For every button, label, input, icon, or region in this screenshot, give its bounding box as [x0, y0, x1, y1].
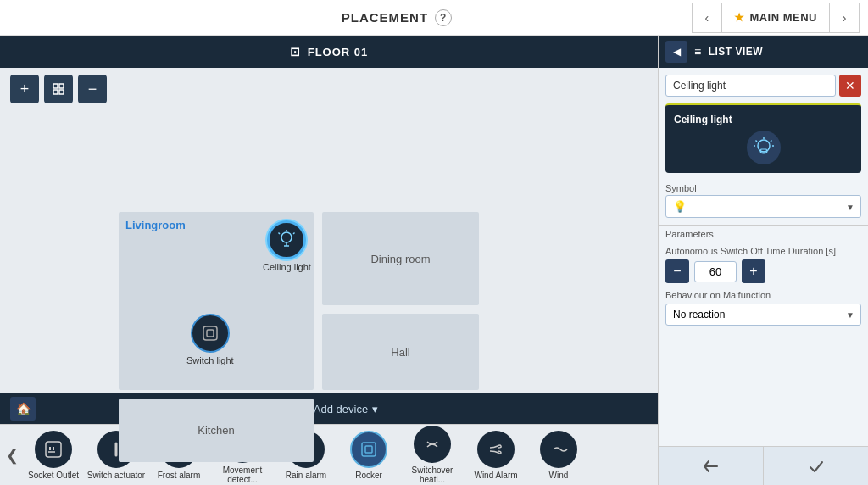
ceiling-light-circle: [267, 220, 306, 259]
malfunction-row: Behaviour on Malfunction No reaction Swi…: [659, 287, 868, 332]
room-kitchen[interactable]: Kitchen: [119, 399, 314, 462]
wind-alarm-label: Wind Alarm: [474, 471, 517, 480]
star-icon: ★: [734, 11, 745, 24]
switch-light-circle: [191, 314, 230, 353]
device-card-icon: [747, 131, 781, 164]
add-device-arrow-icon: ▾: [372, 403, 378, 415]
counter-row: − 60 +: [665, 259, 861, 283]
help-icon[interactable]: ?: [435, 9, 452, 26]
switchover-heating-icon: [414, 426, 451, 463]
counter-value: 60: [694, 261, 737, 282]
malfunction-select[interactable]: No reaction Switch on Switch off: [665, 304, 861, 326]
list-view-icon: ≡: [694, 45, 702, 59]
svg-point-4: [281, 232, 292, 242]
right-bottom-confirm-button[interactable]: [764, 447, 868, 485]
svg-rect-0: [53, 84, 58, 88]
floor-icon: ⊡: [290, 45, 301, 59]
svg-line-9: [293, 233, 295, 235]
device-card[interactable]: Ceiling light: [665, 103, 861, 173]
right-panel-back-button[interactable]: ◀: [665, 41, 687, 63]
symbol-select-wrapper: 💡: [665, 195, 861, 218]
autonomous-switch-param: Autonomous Switch Off Time Duration [s] …: [659, 242, 868, 287]
svg-point-29: [758, 140, 770, 152]
svg-rect-10: [203, 326, 217, 340]
search-clear-button[interactable]: ✕: [839, 75, 861, 97]
svg-rect-27: [362, 443, 376, 456]
tray-prev-button[interactable]: ❮: [4, 446, 20, 465]
svg-rect-11: [207, 330, 214, 337]
search-row: ✕: [659, 68, 868, 103]
home-button[interactable]: 🏠: [10, 397, 36, 421]
main-menu-label: MAIN MENU: [749, 11, 817, 24]
svg-rect-28: [365, 446, 372, 453]
svg-rect-3: [59, 90, 64, 94]
list-view-label: LIST VIEW: [709, 46, 764, 58]
tray-item-socket-outlet[interactable]: Socket Outlet: [24, 431, 83, 480]
parameters-label: Parameters: [659, 225, 868, 242]
search-input[interactable]: [665, 75, 836, 97]
frost-alarm-label: Frost alarm: [158, 471, 201, 480]
symbol-section-label: Symbol: [659, 180, 868, 195]
zoom-controls: + −: [0, 68, 658, 110]
main-layout: ⊡ FLOOR 01 + − Livingroom Din: [0, 36, 868, 485]
right-panel: ◀ ≡ LIST VIEW ✕ Ceiling light: [658, 36, 868, 485]
switch-light-label: Switch light: [186, 355, 234, 365]
svg-rect-1: [59, 84, 64, 88]
ceiling-light-label: Ceiling light: [263, 262, 311, 272]
nav-next-button[interactable]: ›: [829, 3, 860, 33]
svg-line-33: [771, 141, 772, 142]
switchover-heating-label: Switchover heati...: [402, 465, 463, 484]
tray-item-rocker[interactable]: Rocker: [339, 431, 398, 480]
room-dining-room[interactable]: Dining room: [322, 212, 479, 305]
zoom-plus-button[interactable]: +: [10, 75, 39, 103]
floor-header: ⊡ FLOOR 01: [0, 36, 658, 68]
device-ceiling-light[interactable]: Ceiling light: [263, 220, 311, 272]
device-tray: ❮ Socket Outlet: [0, 424, 658, 485]
tray-item-switchover-heating[interactable]: Switchover heati...: [402, 426, 463, 484]
rocker-label: Rocker: [355, 471, 382, 480]
placement-title: PLACEMENT: [342, 10, 428, 25]
room-kitchen-label: Kitchen: [198, 424, 234, 437]
counter-minus-button[interactable]: −: [665, 259, 689, 283]
movement-detector-label: Movement detect...: [212, 465, 273, 484]
bottom-bar: 🏠 Add device ▾: [0, 393, 658, 424]
page-title: PLACEMENT ?: [342, 9, 452, 26]
room-livingroom-label: Livingroom: [125, 219, 186, 231]
wind2-icon: [540, 431, 577, 468]
nav-prev-button[interactable]: ‹: [692, 3, 722, 33]
socket-outlet-icon: [35, 431, 72, 468]
right-panel-header: ◀ ≡ LIST VIEW: [659, 36, 868, 68]
top-bar: PLACEMENT ? ‹ ★ MAIN MENU ›: [0, 0, 868, 36]
add-device-button[interactable]: Add device ▾: [314, 403, 378, 415]
symbol-select[interactable]: 💡: [665, 195, 861, 218]
zoom-minus-button[interactable]: −: [78, 75, 107, 103]
left-panel: ⊡ FLOOR 01 + − Livingroom Din: [0, 36, 658, 485]
floor-label: FLOOR 01: [308, 46, 369, 59]
svg-line-8: [279, 233, 281, 235]
device-card-label: Ceiling light: [674, 114, 732, 125]
zoom-fit-button[interactable]: [44, 75, 73, 103]
right-bottom-bar: [659, 446, 868, 485]
room-dining-room-label: Dining room: [370, 253, 430, 265]
tray-item-wind2[interactable]: Wind: [529, 431, 588, 480]
wind2-label: Wind: [549, 471, 569, 480]
svg-line-32: [755, 141, 757, 142]
socket-outlet-label: Socket Outlet: [28, 471, 79, 480]
counter-plus-button[interactable]: +: [742, 259, 765, 283]
main-menu-button[interactable]: ★ MAIN MENU: [722, 3, 829, 33]
autonomous-switch-label: Autonomous Switch Off Time Duration [s]: [665, 246, 861, 256]
add-device-label: Add device: [314, 403, 368, 415]
rain-alarm-label: Rain alarm: [286, 471, 326, 480]
malfunction-wrapper: No reaction Switch on Switch off: [665, 304, 861, 326]
svg-rect-2: [53, 90, 58, 94]
switch-actuator-label: Switch actuator: [87, 471, 145, 480]
nav-controls: ‹ ★ MAIN MENU ›: [692, 3, 860, 33]
malfunction-label: Behaviour on Malfunction: [665, 290, 861, 300]
right-bottom-back-button[interactable]: [659, 447, 764, 485]
floor-plan: Livingroom Dining room Hall Kitchen: [0, 110, 658, 393]
room-hall[interactable]: Hall: [322, 314, 479, 390]
room-hall-label: Hall: [391, 346, 409, 359]
tray-item-wind-alarm[interactable]: Wind Alarm: [466, 431, 526, 480]
symbol-row: 💡: [659, 195, 868, 223]
device-switch-light[interactable]: Switch light: [186, 314, 234, 365]
